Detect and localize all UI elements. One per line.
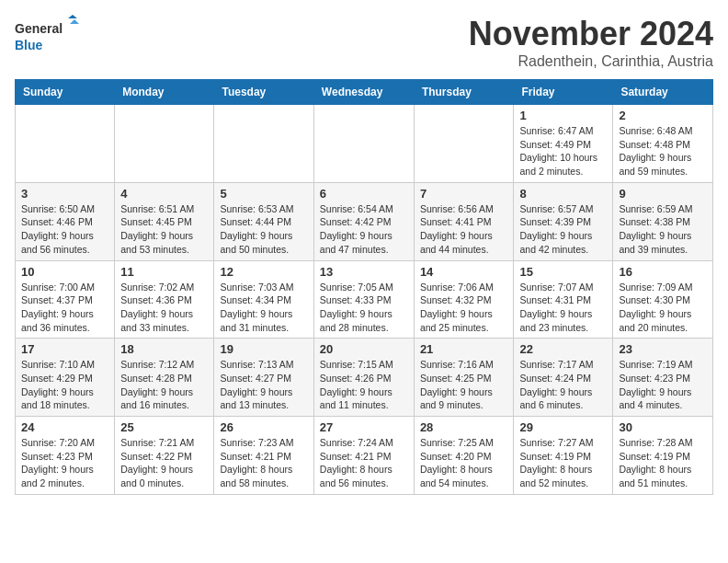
day-info: Sunrise: 6:51 AM Sunset: 4:45 PM Dayligh…	[120, 202, 208, 257]
calendar-cell	[16, 105, 115, 183]
day-number: 13	[320, 265, 408, 279]
day-info: Sunrise: 6:50 AM Sunset: 4:46 PM Dayligh…	[21, 202, 108, 257]
week-row-5: 24Sunrise: 7:20 AM Sunset: 4:23 PM Dayli…	[16, 417, 713, 495]
calendar-cell: 23Sunrise: 7:19 AM Sunset: 4:23 PM Dayli…	[613, 339, 713, 417]
day-number: 16	[619, 265, 707, 279]
day-number: 14	[420, 265, 508, 279]
day-number: 22	[519, 342, 607, 356]
calendar-cell: 18Sunrise: 7:12 AM Sunset: 4:28 PM Dayli…	[115, 339, 214, 417]
calendar-cell	[214, 105, 313, 183]
logo: General Blue	[15, 15, 79, 56]
calendar-cell: 13Sunrise: 7:05 AM Sunset: 4:33 PM Dayli…	[313, 260, 414, 339]
day-info: Sunrise: 7:17 AM Sunset: 4:24 PM Dayligh…	[519, 358, 607, 412]
weekday-wednesday: Wednesday	[313, 80, 414, 105]
day-number: 23	[619, 342, 707, 356]
calendar-cell: 29Sunrise: 7:27 AM Sunset: 4:19 PM Dayli…	[514, 417, 613, 495]
day-info: Sunrise: 6:48 AM Sunset: 4:48 PM Dayligh…	[619, 124, 707, 178]
day-info: Sunrise: 7:25 AM Sunset: 4:20 PM Dayligh…	[420, 436, 508, 490]
day-info: Sunrise: 7:03 AM Sunset: 4:34 PM Dayligh…	[220, 281, 307, 335]
calendar-cell: 11Sunrise: 7:02 AM Sunset: 4:36 PM Dayli…	[115, 260, 214, 339]
day-number: 3	[21, 187, 108, 201]
weekday-friday: Friday	[514, 80, 613, 105]
day-info: Sunrise: 7:06 AM Sunset: 4:32 PM Dayligh…	[420, 281, 508, 335]
calendar-cell: 6Sunrise: 6:54 AM Sunset: 4:42 PM Daylig…	[313, 182, 414, 260]
calendar-cell: 14Sunrise: 7:06 AM Sunset: 4:32 PM Dayli…	[414, 260, 514, 339]
calendar-cell: 5Sunrise: 6:53 AM Sunset: 4:44 PM Daylig…	[214, 182, 313, 260]
calendar-cell: 2Sunrise: 6:48 AM Sunset: 4:48 PM Daylig…	[613, 105, 713, 183]
day-info: Sunrise: 6:53 AM Sunset: 4:44 PM Dayligh…	[220, 202, 307, 257]
day-number: 24	[21, 420, 108, 434]
day-info: Sunrise: 6:54 AM Sunset: 4:42 PM Dayligh…	[320, 202, 408, 257]
day-info: Sunrise: 7:02 AM Sunset: 4:36 PM Dayligh…	[120, 281, 208, 335]
calendar-table: SundayMondayTuesdayWednesdayThursdayFrid…	[15, 79, 713, 495]
day-number: 12	[220, 265, 307, 279]
day-number: 15	[519, 265, 607, 279]
header: General Blue November 2024 Radenthein, C…	[15, 15, 713, 70]
svg-marker-2	[68, 15, 77, 18]
day-number: 28	[420, 420, 508, 434]
day-info: Sunrise: 7:21 AM Sunset: 4:22 PM Dayligh…	[120, 436, 208, 490]
calendar-cell: 30Sunrise: 7:28 AM Sunset: 4:19 PM Dayli…	[613, 417, 713, 495]
day-info: Sunrise: 7:28 AM Sunset: 4:19 PM Dayligh…	[619, 436, 707, 490]
calendar-cell	[313, 105, 414, 183]
day-number: 8	[519, 187, 607, 201]
title-area: November 2024 Radenthein, Carinthia, Aus…	[469, 15, 713, 70]
day-number: 25	[120, 420, 208, 434]
svg-marker-3	[70, 19, 79, 24]
calendar-cell: 28Sunrise: 7:25 AM Sunset: 4:20 PM Dayli…	[414, 417, 514, 495]
day-number: 26	[220, 420, 307, 434]
month-title: November 2024	[469, 15, 713, 53]
day-info: Sunrise: 7:05 AM Sunset: 4:33 PM Dayligh…	[320, 281, 408, 335]
day-info: Sunrise: 6:56 AM Sunset: 4:41 PM Dayligh…	[420, 202, 508, 257]
week-row-2: 3Sunrise: 6:50 AM Sunset: 4:46 PM Daylig…	[16, 182, 713, 260]
day-info: Sunrise: 7:24 AM Sunset: 4:21 PM Dayligh…	[320, 436, 408, 490]
weekday-thursday: Thursday	[414, 80, 514, 105]
day-info: Sunrise: 7:10 AM Sunset: 4:29 PM Dayligh…	[21, 358, 108, 412]
day-info: Sunrise: 7:27 AM Sunset: 4:19 PM Dayligh…	[519, 436, 607, 490]
calendar-cell	[115, 105, 214, 183]
weekday-tuesday: Tuesday	[214, 80, 313, 105]
calendar-cell: 19Sunrise: 7:13 AM Sunset: 4:27 PM Dayli…	[214, 339, 313, 417]
day-info: Sunrise: 7:00 AM Sunset: 4:37 PM Dayligh…	[21, 281, 108, 335]
day-number: 2	[619, 109, 707, 122]
svg-text:Blue: Blue	[15, 38, 43, 52]
day-number: 21	[420, 342, 508, 356]
calendar-cell: 7Sunrise: 6:56 AM Sunset: 4:41 PM Daylig…	[414, 182, 514, 260]
day-info: Sunrise: 7:20 AM Sunset: 4:23 PM Dayligh…	[21, 436, 108, 490]
day-number: 6	[320, 187, 408, 201]
day-info: Sunrise: 7:23 AM Sunset: 4:21 PM Dayligh…	[220, 436, 307, 490]
day-number: 19	[220, 342, 307, 356]
day-number: 18	[120, 342, 208, 356]
calendar-cell: 15Sunrise: 7:07 AM Sunset: 4:31 PM Dayli…	[514, 260, 613, 339]
day-number: 1	[519, 109, 607, 122]
calendar-cell: 17Sunrise: 7:10 AM Sunset: 4:29 PM Dayli…	[16, 339, 115, 417]
day-number: 30	[619, 420, 707, 434]
weekday-header-row: SundayMondayTuesdayWednesdayThursdayFrid…	[16, 80, 713, 105]
day-info: Sunrise: 7:07 AM Sunset: 4:31 PM Dayligh…	[519, 281, 607, 335]
day-info: Sunrise: 7:09 AM Sunset: 4:30 PM Dayligh…	[619, 281, 707, 335]
day-number: 17	[21, 342, 108, 356]
day-number: 29	[519, 420, 607, 434]
calendar-cell: 1Sunrise: 6:47 AM Sunset: 4:49 PM Daylig…	[514, 105, 613, 183]
weekday-monday: Monday	[115, 80, 214, 105]
day-number: 5	[220, 187, 307, 201]
day-number: 20	[320, 342, 408, 356]
day-info: Sunrise: 7:19 AM Sunset: 4:23 PM Dayligh…	[619, 358, 707, 412]
calendar-cell: 12Sunrise: 7:03 AM Sunset: 4:34 PM Dayli…	[214, 260, 313, 339]
day-number: 27	[320, 420, 408, 434]
weekday-sunday: Sunday	[16, 80, 115, 105]
day-info: Sunrise: 6:47 AM Sunset: 4:49 PM Dayligh…	[519, 124, 607, 178]
calendar-cell: 22Sunrise: 7:17 AM Sunset: 4:24 PM Dayli…	[514, 339, 613, 417]
day-number: 4	[120, 187, 208, 201]
calendar-cell: 25Sunrise: 7:21 AM Sunset: 4:22 PM Dayli…	[115, 417, 214, 495]
day-info: Sunrise: 7:15 AM Sunset: 4:26 PM Dayligh…	[320, 358, 408, 412]
calendar-cell	[414, 105, 514, 183]
day-info: Sunrise: 7:16 AM Sunset: 4:25 PM Dayligh…	[420, 358, 508, 412]
calendar-cell: 16Sunrise: 7:09 AM Sunset: 4:30 PM Dayli…	[613, 260, 713, 339]
day-number: 9	[619, 187, 707, 201]
calendar-cell: 27Sunrise: 7:24 AM Sunset: 4:21 PM Dayli…	[313, 417, 414, 495]
calendar-cell: 24Sunrise: 7:20 AM Sunset: 4:23 PM Dayli…	[16, 417, 115, 495]
calendar-cell: 21Sunrise: 7:16 AM Sunset: 4:25 PM Dayli…	[414, 339, 514, 417]
location-title: Radenthein, Carinthia, Austria	[469, 53, 713, 70]
calendar-cell: 26Sunrise: 7:23 AM Sunset: 4:21 PM Dayli…	[214, 417, 313, 495]
